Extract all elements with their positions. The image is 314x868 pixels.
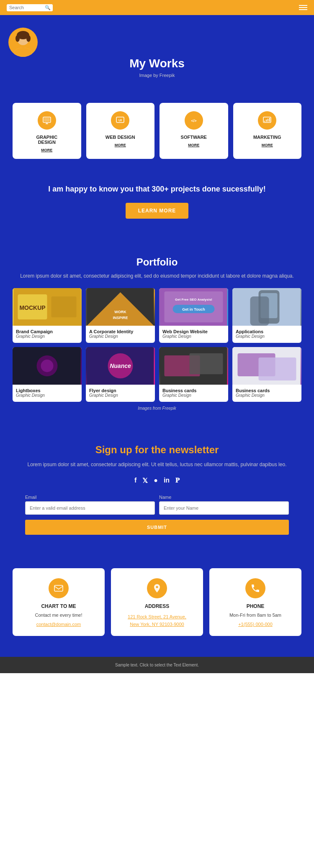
svg-rect-21 [51, 296, 77, 317]
portfolio-item-7[interactable]: Business cards Graphic Design [232, 347, 301, 402]
svg-text:WORK: WORK [114, 310, 126, 314]
email-input[interactable] [25, 501, 155, 515]
portfolio-img-7 [232, 347, 301, 385]
portfolio-item-title-3: Applications [236, 329, 298, 334]
contact-link-phone[interactable]: +1(555) 000-000 [238, 622, 273, 627]
newsletter-description: Lorem ipsum dolor sit amet, consectetur … [25, 461, 289, 468]
portfolio-item-6[interactable]: Business cards Graphic Design [159, 347, 228, 402]
service-title-software: SOFTWARE [164, 135, 224, 140]
svg-text:Get Free SEO Analysis!: Get Free SEO Analysis! [175, 298, 212, 301]
svg-point-3 [15, 35, 20, 42]
contact-title-address: ADDRESS [118, 603, 196, 609]
portfolio-info-3: Applications Graphic Design [232, 326, 301, 343]
cta-text: I am happy to know you that 300+ project… [25, 184, 289, 194]
svg-text:Nuance: Nuance [110, 363, 131, 369]
name-input[interactable] [159, 501, 289, 515]
social-pinterest[interactable]: 𝐏 [175, 477, 180, 485]
portfolio-item-cat-5: Graphic Design [89, 393, 152, 398]
email-label: Email [25, 495, 155, 500]
header: 🔍 [0, 0, 314, 15]
marketing-icon [258, 111, 276, 130]
hamburger-menu[interactable] [299, 5, 307, 10]
service-card-software: </> SOFTWARE MORE [160, 103, 228, 159]
portfolio-img-0: MOCKUP [13, 288, 82, 326]
portfolio-title: Portfolio [13, 256, 301, 268]
footer-text: Sample text. Click to select the Text El… [115, 663, 199, 667]
hero-title: My Works [8, 57, 306, 70]
submit-button[interactable]: SUBMIT [25, 520, 289, 535]
software-icon: </> [185, 111, 203, 130]
svg-text:</>: </> [191, 119, 196, 123]
portfolio-item-title-4: Lightboxes [16, 388, 78, 393]
portfolio-item-title-0: Brand Campaign [16, 329, 78, 334]
portfolio-info-5: Flyer design Graphic Design [86, 385, 155, 402]
portfolio-item-title-6: Business cards [162, 388, 225, 393]
portfolio-item-cat-0: Graphic Design [16, 334, 78, 339]
contact-sub-email: Contact me every time! [19, 613, 98, 618]
svg-text:MOCKUP: MOCKUP [19, 304, 45, 311]
portfolio-item-cat-2: Graphic Design [162, 334, 225, 339]
portfolio-img-4 [13, 347, 82, 385]
contact-card-phone: PHONE Mon-Fri from 8am to 5am +1(555) 00… [209, 568, 301, 636]
services-section: GRAPHICDESIGN MORE UI WEB DESIGN MORE </… [0, 94, 314, 171]
svg-rect-34 [250, 296, 269, 326]
portfolio-item-5[interactable]: Nuance Flyer design Graphic Design [86, 347, 155, 402]
service-card-graphic-design: GRAPHICDESIGN MORE [13, 103, 81, 159]
portfolio-img-5: Nuance [86, 347, 155, 385]
portfolio-img-3 [232, 288, 301, 326]
service-title-graphic: GRAPHICDESIGN [17, 135, 77, 145]
portfolio-item-cat-7: Graphic Design [236, 393, 298, 398]
search-icon: 🔍 [45, 5, 51, 10]
svg-text:Get in Touch: Get in Touch [182, 307, 205, 311]
portfolio-info-0: Brand Campaign Graphic Design [13, 326, 82, 343]
svg-rect-9 [44, 118, 50, 122]
service-card-marketing: MARKETING MORE [233, 103, 302, 159]
newsletter-form-row: Email Name [25, 495, 289, 515]
images-credit: Images from Freepik [13, 406, 301, 411]
portfolio-img-6 [159, 347, 228, 385]
portfolio-item-0[interactable]: MOCKUP Brand Campaign Graphic Design [13, 288, 82, 343]
portfolio-item-2[interactable]: Get Free SEO Analysis! Get in Touch Web … [159, 288, 228, 343]
social-linkedin[interactable]: in [164, 477, 170, 485]
service-card-web-design: UI WEB DESIGN MORE [86, 103, 155, 159]
social-facebook[interactable]: f [134, 477, 136, 485]
portfolio-info-4: Lightboxes Graphic Design [13, 385, 82, 402]
portfolio-img-2: Get Free SEO Analysis! Get in Touch [159, 288, 228, 326]
name-label: Name [159, 495, 289, 500]
newsletter-section: Sign up for the newsletter Lorem ipsum d… [0, 423, 314, 556]
service-more-software[interactable]: MORE [164, 143, 224, 147]
learn-more-button[interactable]: LEARN MORE [126, 203, 189, 219]
portfolio-item-3[interactable]: Applications Graphic Design [232, 288, 301, 343]
contact-section: CHART TO ME Contact me every time! conta… [0, 556, 314, 657]
avatar [8, 28, 38, 57]
svg-point-49 [156, 586, 158, 588]
hero-section: My Works Image by Freepik [0, 15, 314, 94]
cta-section: I am happy to know you that 300+ project… [0, 171, 314, 240]
service-more-marketing[interactable]: MORE [237, 143, 298, 147]
contact-title-phone: PHONE [216, 603, 295, 609]
email-form-group: Email [25, 495, 155, 515]
svg-point-37 [41, 360, 54, 372]
search-input[interactable] [9, 5, 45, 10]
service-title-marketing: MARKETING [237, 135, 298, 140]
search-bar[interactable]: 🔍 [7, 4, 53, 11]
service-more-web[interactable]: MORE [90, 143, 151, 147]
name-form-group: Name [159, 495, 289, 515]
svg-text:INSPIRE: INSPIRE [113, 316, 128, 320]
svg-text:UI: UI [118, 118, 122, 122]
social-twitter[interactable]: 𝕏 [142, 477, 148, 485]
portfolio-item-4[interactable]: Lightboxes Graphic Design [13, 347, 82, 402]
social-instagram[interactable]: ● [154, 477, 158, 485]
contact-card-address: ADDRESS 121 Rock Street, 21 Avenue,New Y… [111, 568, 203, 636]
portfolio-section: Portfolio Lorem ipsum dolor sit amet, co… [0, 240, 314, 423]
svg-point-5 [14, 48, 32, 57]
service-more-graphic[interactable]: MORE [17, 148, 77, 152]
portfolio-info-6: Business cards Graphic Design [159, 385, 228, 402]
hero-subtitle: Image by Freepik [8, 73, 306, 78]
svg-rect-44 [190, 353, 223, 374]
address-icon [147, 578, 167, 598]
portfolio-item-cat-6: Graphic Design [162, 393, 225, 398]
contact-link-email[interactable]: contact@domain.com [36, 622, 81, 627]
portfolio-item-1[interactable]: WORK INSPIRE A Corporate Identity Graphi… [86, 288, 155, 343]
contact-link-address[interactable]: 121 Rock Street, 21 Avenue,New York, NY … [128, 614, 186, 627]
